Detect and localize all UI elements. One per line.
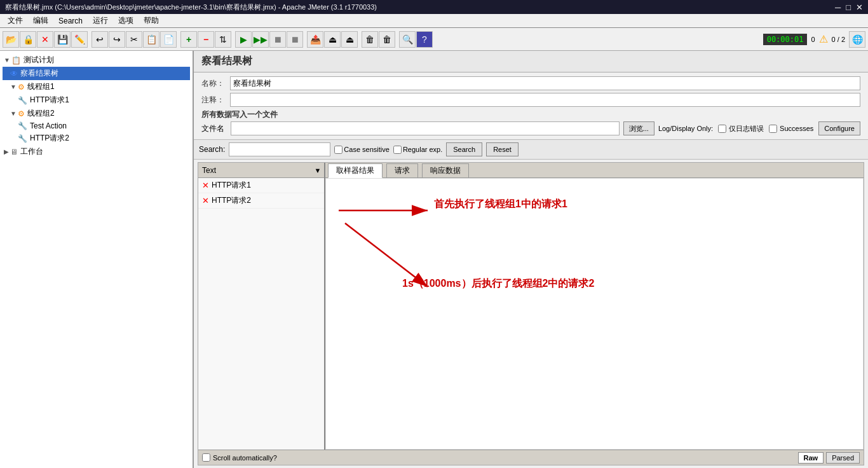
- case-sensitive-check[interactable]: Case sensitive: [334, 146, 390, 154]
- tb-clear-all[interactable]: 🗑: [379, 31, 395, 48]
- tb-undo[interactable]: ↩: [92, 31, 108, 48]
- case-sensitive-checkbox[interactable]: [334, 146, 342, 154]
- test-count: 0 / 2: [832, 36, 845, 43]
- tb-lock[interactable]: 🔒: [20, 31, 36, 48]
- tb-globe[interactable]: 🌐: [849, 31, 865, 48]
- comment-label: 注释：: [201, 95, 230, 106]
- svg-line-3: [345, 223, 428, 287]
- tb-open[interactable]: 📂: [3, 31, 19, 48]
- tree-item-workbench[interactable]: ▶ 🖥 工作台: [3, 145, 190, 158]
- configure-btn[interactable]: Configure: [818, 121, 860, 135]
- regular-exp-checkbox[interactable]: [393, 146, 402, 154]
- tb-stop[interactable]: ⏹: [269, 31, 286, 48]
- restore-btn[interactable]: □: [846, 3, 851, 12]
- result-label-2: HTTP请求2: [212, 195, 251, 206]
- log-errors-checkbox[interactable]: [718, 125, 726, 133]
- bottom-tab-raw[interactable]: Raw: [798, 452, 824, 464]
- form-area: 名称： 注释： 所有数据写入一个文件 文件名 浏览... Log/Display…: [194, 72, 868, 139]
- list-header-arrow[interactable]: ▼: [311, 167, 324, 174]
- search-bar: Search: Case sensitive Regular exp. Sear…: [194, 139, 868, 160]
- tree-item-view-results[interactable]: 👁 察看结果树: [3, 67, 190, 80]
- result-list-header-text: Text: [198, 166, 311, 175]
- bottom-bar: Scroll automatically? Raw Parsed: [198, 450, 864, 465]
- annotation-1: 首先执行了线程组1中的请求1: [434, 198, 567, 211]
- tb-remove[interactable]: −: [198, 31, 214, 48]
- browse-btn[interactable]: 浏览...: [623, 121, 654, 135]
- tree-item-http1[interactable]: 🔧 HTTP请求1: [3, 93, 190, 107]
- tb-paste[interactable]: 📄: [160, 31, 177, 48]
- menu-bar: 文件 编辑 Search 运行 选项 帮助: [0, 14, 868, 28]
- menu-edit[interactable]: 编辑: [28, 14, 53, 27]
- tb-error[interactable]: ✕: [37, 31, 53, 48]
- tree-item-http2[interactable]: 🔧 HTTP请求2: [3, 132, 190, 145]
- tree-item-group1[interactable]: ▼ ⚙ 线程组1: [3, 80, 190, 93]
- regular-exp-check[interactable]: Regular exp.: [393, 146, 442, 154]
- comment-input[interactable]: [230, 93, 860, 107]
- menu-run[interactable]: 运行: [88, 14, 113, 27]
- tb-search[interactable]: 🔍: [399, 31, 416, 48]
- tb-add[interactable]: +: [180, 31, 197, 48]
- log-display-label: Log/Display Only:: [658, 125, 713, 132]
- result-label-1: HTTP请求1: [212, 180, 251, 191]
- tab-sampler-result[interactable]: 取样器结果: [328, 163, 383, 178]
- menu-file[interactable]: 文件: [3, 14, 28, 27]
- tb-start[interactable]: ▶: [235, 31, 252, 48]
- tree-item-group2[interactable]: ▼ ⚙ 线程组2: [3, 107, 190, 120]
- tb-remote-start[interactable]: 📤: [307, 31, 323, 48]
- panel-title: 察看结果树: [194, 51, 868, 72]
- results-body: Text ▼ ✕ HTTP请求1 ✕ HTTP请求2 取样器结果: [198, 163, 864, 450]
- tree-item-test-action[interactable]: 🔧 Test Action: [3, 120, 190, 132]
- scroll-label: Scroll automatically?: [213, 454, 277, 462]
- tb-move[interactable]: ⇅: [215, 31, 231, 48]
- successes-check[interactable]: Successes: [769, 125, 813, 133]
- thread-count: 0: [811, 36, 815, 43]
- scroll-auto-checkbox[interactable]: [202, 453, 210, 462]
- name-input[interactable]: [230, 76, 860, 90]
- arrows-svg: [326, 179, 863, 449]
- tb-edit[interactable]: ✏️: [71, 31, 88, 48]
- tb-copy[interactable]: 📋: [143, 31, 159, 48]
- detail-tabs: 取样器结果 请求 响应数据: [325, 163, 864, 178]
- right-panel: 察看结果树 名称： 注释： 所有数据写入一个文件 文件名 浏览... Log/D…: [194, 51, 868, 468]
- successes-checkbox[interactable]: [769, 125, 777, 133]
- toolbar: 📂 🔒 ✕ 💾 ✏️ ↩ ↪ ✂ 📋 📄 + − ⇅ ▶ ▶▶ ⏹ ⏹ 📤 ⏏ …: [0, 28, 868, 51]
- result-detail: 取样器结果 请求 响应数据: [325, 163, 864, 450]
- tb-remote-stop[interactable]: ⏏: [324, 31, 341, 48]
- search-btn[interactable]: Search: [446, 142, 482, 156]
- tb-clear[interactable]: 🗑: [362, 31, 378, 48]
- tab-request[interactable]: 请求: [386, 163, 418, 177]
- bottom-tab-parsed[interactable]: Parsed: [826, 452, 860, 464]
- file-label: 文件名: [201, 123, 227, 134]
- tab-response-data[interactable]: 响应数据: [422, 163, 469, 177]
- result-entry-http2[interactable]: ✕ HTTP请求2: [198, 193, 324, 209]
- result-list-header: Text ▼: [198, 163, 324, 178]
- tb-redo[interactable]: ↪: [109, 31, 125, 48]
- tb-cut[interactable]: ✂: [126, 31, 142, 48]
- section-files-label: 所有数据写入一个文件: [201, 109, 860, 120]
- error-icon-1: ✕: [202, 181, 209, 190]
- result-entry-http1[interactable]: ✕ HTTP请求1: [198, 178, 324, 193]
- close-btn[interactable]: ✕: [856, 3, 863, 12]
- menu-search[interactable]: Search: [53, 15, 88, 27]
- reset-btn[interactable]: Reset: [486, 142, 519, 156]
- menu-options[interactable]: 选项: [113, 14, 139, 27]
- window-title: 察看结果树.jmx (C:\Users\admin\Desktop\jmeter…: [5, 3, 377, 12]
- tree-item-plan[interactable]: ▼ 📋 测试计划: [3, 53, 190, 67]
- error-icon-2: ✕: [202, 196, 209, 205]
- tb-help[interactable]: ?: [416, 31, 433, 48]
- title-bar: 察看结果树.jmx (C:\Users\admin\Desktop\jmeter…: [0, 0, 868, 14]
- tb-start-nopauses[interactable]: ▶▶: [252, 31, 269, 48]
- tb-remote-exit[interactable]: ⏏: [341, 31, 358, 48]
- search-input[interactable]: [229, 142, 330, 156]
- menu-help[interactable]: 帮助: [139, 14, 164, 27]
- log-errors-check[interactable]: 仅日志错误: [718, 124, 764, 134]
- tb-shutdown[interactable]: ⏹: [287, 31, 303, 48]
- file-input[interactable]: [231, 121, 620, 135]
- scroll-auto-check[interactable]: Scroll automatically?: [202, 453, 277, 462]
- name-label: 名称：: [201, 78, 230, 89]
- detail-content: 首先执行了线程组1中的请求1 1s（1000ms）后执行了线程组2中的请求2: [325, 178, 864, 450]
- tb-save[interactable]: 💾: [54, 31, 71, 48]
- minimize-btn[interactable]: ─: [835, 3, 841, 12]
- tree-panel: ▼ 📋 测试计划 👁 察看结果树 ▼ ⚙ 线程组1 🔧 HTTP请求1 ▼ ⚙ …: [0, 51, 194, 468]
- warning-icon: ⚠: [819, 33, 828, 45]
